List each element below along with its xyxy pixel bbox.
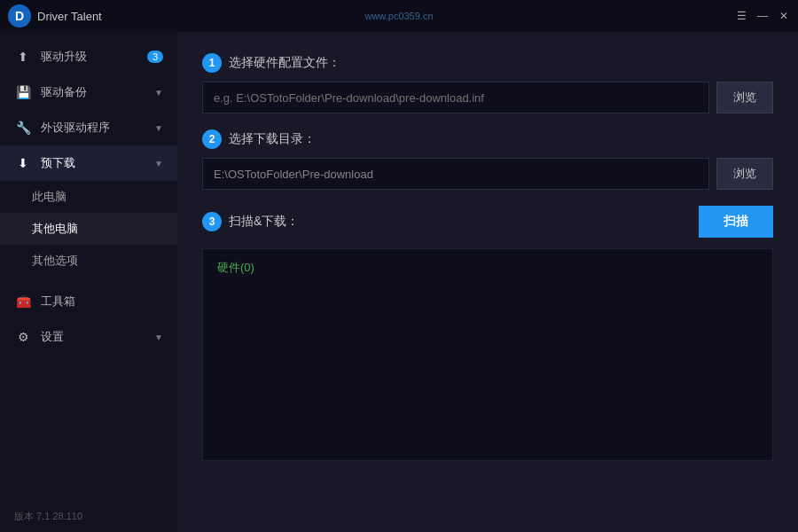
other-options-label: 其他选项 (32, 253, 78, 269)
external-driver-icon: 🔧 (14, 119, 32, 137)
sidebar-label-toolbox: 工具箱 (41, 293, 163, 309)
titlebar: D Driver Talent www.pc0359.cn ☰ — ✕ (0, 0, 798, 32)
step3-label-area: 3 扫描&下载： (202, 212, 299, 231)
sidebar-item-settings[interactable]: ⚙ 设置 ▼ (0, 319, 177, 355)
step2-number: 2 (202, 129, 222, 149)
sidebar-item-driver-upgrade[interactable]: ⬆ 驱动升级 3 (0, 39, 177, 74)
settings-arrow: ▼ (154, 332, 163, 342)
results-area: 硬件(0) (202, 248, 773, 461)
sidebar-item-predownload[interactable]: ⬇ 预下载 ▼ (0, 145, 177, 181)
sidebar-label-settings: 设置 (41, 329, 154, 345)
scan-button[interactable]: 扫描 (699, 206, 773, 238)
step1-label: 选择硬件配置文件： (229, 55, 340, 71)
step1-browse-button[interactable]: 浏览 (716, 82, 773, 113)
sidebar-label-external-driver: 外设驱动程序 (41, 120, 154, 136)
app-body: ⬆ 驱动升级 3 💾 驱动备份 ▼ 🔧 外设驱动程序 ▼ ⬇ 预下载 ▼ 此电脑… (0, 32, 798, 532)
settings-icon: ⚙ (14, 328, 32, 346)
step1-row: 1 选择硬件配置文件： (202, 53, 773, 73)
driver-backup-arrow: ▼ (154, 88, 163, 98)
app-logo: D (7, 4, 32, 28)
window-controls: ☰ — ✕ (734, 9, 791, 23)
driver-upgrade-badge: 3 (147, 51, 163, 63)
driver-backup-icon: 💾 (14, 83, 32, 101)
predownload-arrow: ▼ (154, 159, 163, 168)
main-content: 1 选择硬件配置文件： 浏览 2 选择下载目录： 浏览 3 扫描&下载： 扫描 … (177, 32, 798, 532)
sidebar-item-driver-backup[interactable]: 💾 驱动备份 ▼ (0, 74, 177, 110)
sidebar: ⬆ 驱动升级 3 💾 驱动备份 ▼ 🔧 外设驱动程序 ▼ ⬇ 预下载 ▼ 此电脑… (0, 32, 177, 532)
svg-text:D: D (15, 9, 24, 23)
other-pc-label: 其他电脑 (32, 221, 78, 237)
sidebar-label-driver-upgrade: 驱动升级 (41, 49, 144, 65)
close-button[interactable]: ✕ (777, 9, 791, 23)
step2-input-row: 浏览 (202, 158, 773, 190)
sidebar-item-toolbox[interactable]: 🧰 工具箱 (0, 284, 177, 319)
step2-row: 2 选择下载目录： (202, 129, 773, 149)
step2-label: 选择下载目录： (229, 131, 316, 147)
hardware-config-input[interactable] (202, 82, 709, 113)
sidebar-label-predownload: 预下载 (41, 155, 154, 171)
step1-number: 1 (202, 53, 222, 73)
menu-button[interactable]: ☰ (734, 9, 748, 23)
sidebar-label-driver-backup: 驱动备份 (41, 84, 154, 100)
sidebar-sub-this-pc[interactable]: 此电脑 (0, 181, 177, 213)
sidebar-sub-other-pc[interactable]: 其他电脑 (0, 213, 177, 245)
external-driver-arrow: ▼ (154, 123, 163, 133)
minimize-button[interactable]: — (755, 9, 770, 23)
step3-label: 扫描&下载： (229, 214, 299, 230)
sidebar-sub-other-options[interactable]: 其他选项 (0, 245, 177, 277)
download-dir-input[interactable] (202, 158, 709, 190)
driver-upgrade-icon: ⬆ (14, 48, 32, 66)
predownload-icon: ⬇ (14, 154, 32, 172)
step2-browse-button[interactable]: 浏览 (716, 158, 773, 190)
results-header: 硬件(0) (217, 260, 758, 276)
version-text: 版本 7.1.28.110 (14, 510, 82, 523)
step3-number: 3 (202, 212, 222, 231)
sidebar-item-external-driver[interactable]: 🔧 外设驱动程序 ▼ (0, 110, 177, 145)
watermark: www.pc0359.cn (364, 11, 433, 21)
step3-row: 3 扫描&下载： 扫描 (202, 206, 773, 238)
step1-input-row: 浏览 (202, 82, 773, 113)
this-pc-label: 此电脑 (32, 189, 66, 205)
toolbox-icon: 🧰 (14, 293, 32, 310)
